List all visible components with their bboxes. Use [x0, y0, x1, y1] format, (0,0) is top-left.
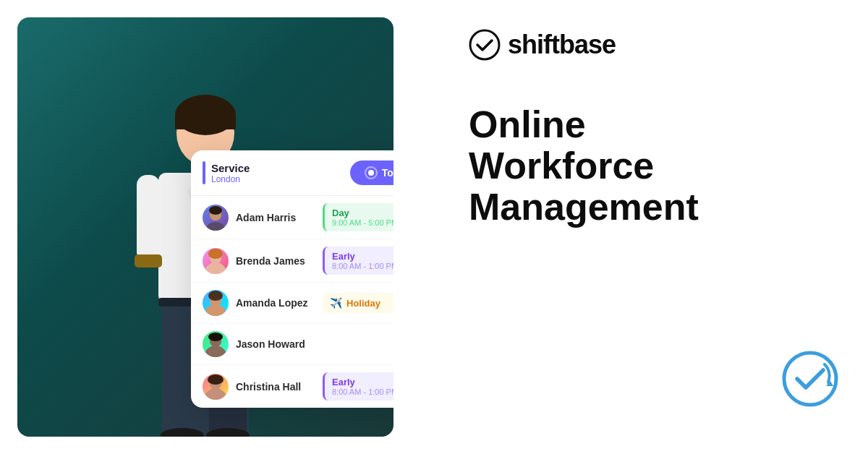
- avatar: [203, 374, 229, 400]
- bottom-logo: [781, 350, 839, 411]
- employee-row: Adam Harris Day 9:00 AM - 5:00 PM: [191, 196, 393, 239]
- shiftbase-logo-icon: [469, 29, 501, 61]
- svg-point-20: [207, 222, 224, 231]
- headline: Online Workforce Management: [469, 104, 839, 228]
- service-location: London: [211, 174, 250, 184]
- right-section: shiftbase Online Workforce Management: [411, 0, 868, 454]
- employee-row: Brenda James Early 8:00 AM - 1:00 PM: [191, 239, 393, 283]
- avatar: [203, 205, 229, 231]
- shift-badge-early: Early 8:00 AM - 1:00 PM: [323, 372, 393, 401]
- shift-title: Day: [332, 207, 393, 218]
- shift-badge-holiday: ✈️ Holiday: [323, 293, 393, 313]
- holiday-icon: ✈️: [330, 297, 342, 309]
- employee-name: Adam Harris: [236, 212, 315, 223]
- svg-point-26: [204, 304, 227, 316]
- circle-icon: [365, 166, 378, 179]
- avatar: [203, 248, 229, 274]
- avatar: [203, 290, 229, 316]
- card-header: Service London Today: [191, 150, 393, 196]
- svg-point-31: [208, 333, 223, 341]
- service-bar-icon: [203, 161, 205, 184]
- svg-point-23: [204, 262, 227, 274]
- svg-point-28: [208, 291, 223, 301]
- schedule-card: Service London Today Adam Harris: [191, 150, 393, 408]
- today-label: Today: [382, 167, 393, 179]
- employee-row: Jason Howard: [191, 324, 393, 365]
- brand-name: shiftbase: [508, 30, 616, 60]
- employee-name: Amanda Lopez: [236, 297, 315, 309]
- headline-line1: Online: [469, 104, 839, 145]
- svg-point-29: [204, 346, 227, 357]
- today-button[interactable]: Today: [350, 160, 393, 185]
- svg-point-32: [204, 388, 227, 400]
- svg-rect-16: [135, 254, 162, 267]
- employee-row: Christina Hall Early 8:00 AM - 1:00 PM: [191, 365, 393, 408]
- shift-title: Early: [332, 251, 393, 262]
- svg-point-35: [470, 30, 499, 59]
- shift-time: 8:00 AM - 1:00 PM: [332, 262, 393, 270]
- employee-name: Brenda James: [236, 255, 315, 267]
- shift-title: Holiday: [346, 298, 380, 309]
- svg-rect-7: [137, 175, 160, 262]
- shift-time: 8:00 AM - 1:00 PM: [332, 387, 393, 396]
- employee-row: Amanda Lopez ✈️ Holiday: [191, 283, 393, 324]
- shift-title: Early: [332, 377, 393, 387]
- employee-name: Christina Hall: [236, 381, 315, 393]
- photo-section: Service London Today Adam Harris: [17, 17, 393, 437]
- employee-name: Jason Howard: [236, 338, 315, 350]
- svg-point-22: [209, 206, 222, 215]
- check-circle-icon: [781, 350, 839, 408]
- headline-line2: Workforce: [469, 145, 839, 187]
- service-info: Service London: [203, 161, 250, 184]
- service-text: Service London: [211, 162, 250, 184]
- svg-rect-2: [175, 115, 236, 129]
- shift-badge-day: Day 9:00 AM - 5:00 PM: [323, 203, 393, 231]
- shift-time: 9:00 AM - 5:00 PM: [332, 218, 393, 227]
- avatar: [203, 331, 229, 357]
- headline-line3: Management: [469, 187, 839, 228]
- service-name: Service: [211, 162, 250, 174]
- shift-badge-early: Early 8:00 AM - 1:00 PM: [323, 247, 393, 275]
- brand-logo: shiftbase: [469, 29, 616, 61]
- brand-header: shiftbase: [469, 29, 839, 61]
